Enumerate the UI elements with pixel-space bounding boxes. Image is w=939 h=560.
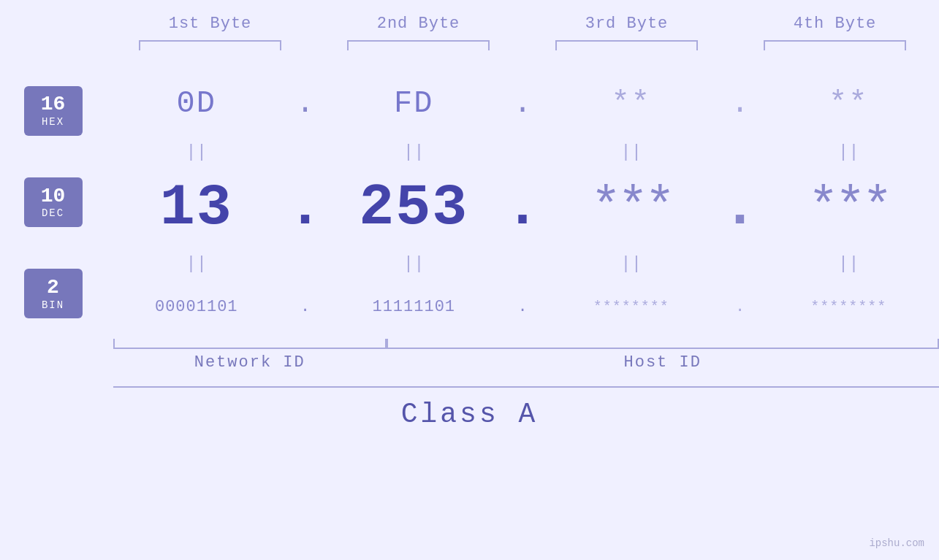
dec-b1-cell: 13 [106, 174, 287, 241]
bin-sep-1: . [287, 298, 324, 316]
hex-sep-2: . [504, 86, 541, 121]
hex-b3-value: ** [612, 86, 651, 121]
bin-base-num: 2 [47, 277, 59, 299]
values-section: 16 HEX 10 DEC 2 BIN 0D . [0, 69, 939, 336]
bin-b1-value: 00001101 [155, 298, 238, 316]
hex-b3-cell: ** [541, 86, 722, 121]
eq2-b3: || [541, 254, 722, 274]
hex-b1-value: 0D [177, 86, 216, 121]
eq2-b4: || [759, 254, 940, 274]
hex-base-num: 16 [41, 93, 66, 116]
dec-sep-3: . [722, 174, 759, 241]
values-grid: 0D . FD . ** . ** [106, 69, 939, 336]
byte3-header: 3rd Byte [522, 15, 731, 33]
hex-dot-2: . [512, 86, 533, 121]
host-bracket [387, 339, 939, 349]
dec-sep-1: . [287, 174, 324, 241]
byte1-header: 1st Byte [106, 15, 314, 33]
byte-headers: 1st Byte 2nd Byte 3rd Byte 4th Byte [0, 15, 939, 33]
bin-dot-2: . [517, 298, 527, 316]
top-brackets [0, 40, 939, 50]
class-label: Class A [401, 399, 539, 430]
bracket-top-1 [139, 40, 281, 50]
bracket-cell-2 [314, 40, 522, 50]
bin-row: 00001101 . 11111101 . ******** . [106, 277, 939, 336]
dec-base-text: DEC [42, 207, 64, 219]
dec-b3-value: *** [590, 179, 672, 237]
hex-dot-3: . [729, 86, 751, 121]
eq1-b3: || [541, 142, 722, 162]
network-bracket [113, 339, 387, 349]
byte2-header: 2nd Byte [314, 15, 522, 33]
bin-b4-value: ******** [810, 299, 886, 315]
dec-b2-cell: 253 [324, 174, 505, 241]
eq1-b2: || [324, 142, 505, 162]
equals-row-1: || || || || [106, 138, 939, 166]
byte4-header: 4th Byte [731, 15, 939, 33]
hex-b4-value: ** [829, 86, 868, 121]
dec-b3-cell: *** [541, 179, 722, 237]
bin-b1-cell: 00001101 [106, 298, 287, 316]
bin-base-label: 2 BIN [24, 269, 83, 318]
hex-b2-value: FD [394, 86, 433, 121]
eq2-b1: || [106, 254, 287, 274]
bin-b4-cell: ******** [759, 299, 940, 315]
hex-b2-cell: FD [324, 86, 505, 121]
eq2-b2: || [324, 254, 505, 274]
dec-base-num: 10 [41, 185, 66, 208]
bin-b2-value: 11111101 [372, 298, 455, 316]
bracket-top-2 [347, 40, 490, 50]
bin-dot-3: . [735, 298, 745, 316]
host-id-label: Host ID [386, 353, 939, 372]
main-container: 1st Byte 2nd Byte 3rd Byte 4th Byte 16 H… [0, 0, 939, 560]
bracket-cell-4 [731, 40, 939, 50]
dec-base-label: 10 DEC [24, 177, 83, 227]
dec-row: 13 . 253 . *** . *** [106, 166, 939, 250]
hex-dot-1: . [294, 86, 316, 121]
class-label-row: Class A [0, 399, 939, 430]
hex-b4-cell: ** [759, 86, 940, 121]
bin-b2-cell: 11111101 [324, 298, 505, 316]
bracket-cell-1 [106, 40, 314, 50]
bin-sep-3: . [722, 298, 759, 316]
id-labels: Network ID Host ID [0, 353, 939, 372]
watermark: ipshu.com [869, 537, 924, 549]
bracket-top-3 [555, 40, 698, 50]
network-id-label: Network ID [113, 353, 386, 372]
bin-base-text: BIN [42, 299, 64, 311]
base-labels-column: 16 HEX 10 DEC 2 BIN [0, 69, 106, 336]
bin-b3-cell: ******** [541, 299, 722, 315]
bracket-cell-3 [522, 40, 731, 50]
bin-sep-2: . [504, 298, 541, 316]
dec-b4-value: *** [808, 179, 889, 237]
bottom-brackets [0, 339, 939, 349]
hex-base-text: HEX [42, 116, 64, 128]
eq1-b1: || [106, 142, 287, 162]
hex-sep-1: . [287, 86, 324, 121]
dec-dot-1: . [287, 174, 322, 241]
hex-b1-cell: 0D [106, 86, 287, 121]
hex-sep-3: . [722, 86, 759, 121]
dec-b1-value: 13 [160, 174, 233, 241]
bin-b3-value: ******** [593, 299, 669, 315]
hex-row: 0D . FD . ** . ** [106, 69, 939, 138]
bracket-top-4 [764, 40, 906, 50]
dec-sep-2: . [504, 174, 541, 241]
full-bottom-line [113, 386, 939, 388]
dec-b4-cell: *** [759, 179, 940, 237]
dec-b2-value: 253 [359, 174, 468, 241]
hex-base-label: 16 HEX [24, 86, 83, 136]
eq1-b4: || [759, 142, 940, 162]
dec-dot-2: . [505, 174, 540, 241]
bin-dot-1: . [300, 298, 310, 316]
dec-dot-3: . [722, 174, 757, 241]
equals-row-2: || || || || [106, 250, 939, 277]
